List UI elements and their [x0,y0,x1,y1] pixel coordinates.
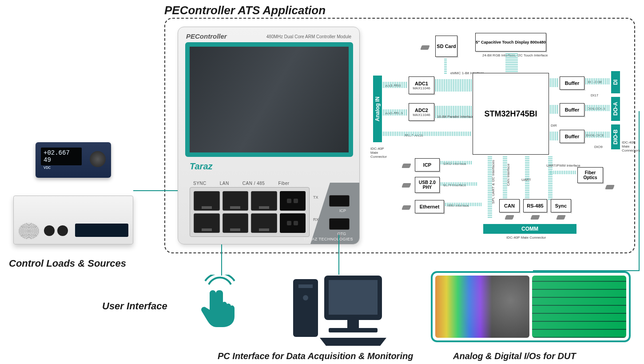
flow-arrow-icon [550,105,559,114]
connector-icon [402,164,411,168]
flow-arrow-icon [445,203,481,206]
loads-label: Control Loads & Sources [9,258,126,269]
flow-arrow-icon [488,156,492,218]
flow-arrow-icon [383,109,408,116]
rj45-port-icon [251,213,277,233]
multimeter-knob-icon [90,151,106,167]
tx-label: TX [313,195,318,200]
connector-line [338,235,339,275]
fiber-label: Fiber Optics [578,170,603,180]
flow-arrow-icon [550,132,559,140]
can-block: CAN [499,199,520,212]
device-name: PEController [186,32,227,40]
port-labels-row: SYNC LAN CAN / 485 Fiber [193,181,290,186]
rj45-port-icon [223,213,249,233]
multimeter-screen: +02.667 49 VDC [41,148,82,165]
sd-block: SD Card [435,36,457,57]
svg-point-2 [303,295,308,300]
eth-label: Ethernet [420,204,440,209]
flow-arrow-icon [550,171,576,174]
adc2-sub: MAX11046 [413,113,430,117]
doa-bar: DO-A [611,97,620,121]
can-label: CAN [504,203,515,208]
sync-label: Sync [555,203,567,208]
sd-label: SD Card [437,44,456,49]
oscilloscope-photo-icon [435,276,529,338]
buffer-block: Buffer [560,130,584,143]
usb-port-icon [329,195,350,207]
uart-note: UART [521,178,531,182]
fiber-port-icon [280,191,306,211]
connector-icon [402,183,411,188]
connector-icon [530,215,540,220]
buffer-label: Buffer [565,107,579,112]
diagram-title: PEController ATS Application [164,4,326,17]
multimeter-reading: +02.667 49 [44,149,70,164]
pecontroller-device: PEController 480MHz Dual Core ARM Contro… [178,27,360,244]
connector-icon [420,45,430,50]
flow-arrow-icon [548,156,553,200]
connector-line [639,111,640,271]
buffer-label: Buffer [565,134,579,139]
device-subtitle: 480MHz Dual Core ARM Controller Module [266,34,351,39]
usbphy-block: USB 2.0 PHY [415,177,440,193]
ui-label: User Interface [102,300,167,312]
flow-arrow-icon [550,78,559,87]
flow-arrow-icon [505,52,518,74]
eth-block: Ethernet [415,200,444,213]
device-footer: TARAZ TECHNOLOGIES [303,237,353,241]
uartpwm-note: UART/PWM Interface [546,164,580,168]
buffer-block: Buffer [560,103,584,116]
rs485-label: RS-485 [527,203,543,208]
flow-arrow-icon [585,105,610,111]
flow-arrow-icon [435,79,473,92]
port-bank [190,187,310,237]
flow-arrow-icon [441,182,477,186]
port-label-can: CAN / 485 [242,181,265,186]
adc2-block: ADC2 MAX11046 [409,103,434,121]
port-label-lan: LAN [220,181,229,186]
dut-photo-box [431,271,631,342]
dir-note: DIR [551,124,557,128]
connector-line [221,244,222,276]
rack-display-icon [75,224,128,237]
idc-right-note: IDC-40P Male Connectors [622,140,643,152]
flow-arrow-icon [444,58,447,74]
fiber-port-icon [280,213,306,233]
analog-in-bar: Analog IN [373,76,382,142]
device-touchscreen [185,42,353,157]
device-corner-panel [310,183,359,244]
rj45-port-icon [194,191,220,211]
dut-label: Analog & Digital I/Os for DUT [453,351,576,361]
connector-icon [605,185,615,189]
di-bar: DI [611,71,620,93]
svg-rect-1 [298,284,313,288]
pc-label: PC Interface for Data Acquisition & Moni… [218,351,413,361]
block-diagram: Analog IN IDC-40P Male Connector AN1-AN8… [373,27,631,249]
buffer-label: Buffer [565,80,579,86]
connector-icon [402,205,411,210]
flow-arrow-icon [503,156,507,200]
flow-arrow-icon [441,161,473,164]
svg-rect-4 [329,280,378,315]
connector-icon [556,215,566,220]
usbphy-label: USB 2.0 PHY [415,180,439,190]
adc1-label: ADC1 [415,81,428,86]
comm-bar: COMM [483,224,576,234]
flow-arrow-icon [383,82,408,88]
pc-icon [289,271,386,348]
connector-line [133,190,178,191]
icp-label: ICP [423,162,431,168]
flow-arrow-icon [585,132,610,138]
rj45-port-icon [194,213,220,233]
svg-rect-5 [347,320,359,328]
idc-left-note: IDC-40P Male Connector [370,147,393,159]
dio9-note: DIO9 [594,145,603,149]
idc-bottom-note: IDC-40P Male Connector [506,236,546,240]
buffer-block: Buffer [560,76,584,90]
touch-hand-icon [195,275,244,330]
flow-arrow-icon [585,78,610,84]
adc2-label: ADC2 [415,108,428,113]
adc1-block: ADC1 MAX11046 [409,76,434,94]
display-block: 5" Capacitive Touch Display 800x480 [475,33,546,52]
